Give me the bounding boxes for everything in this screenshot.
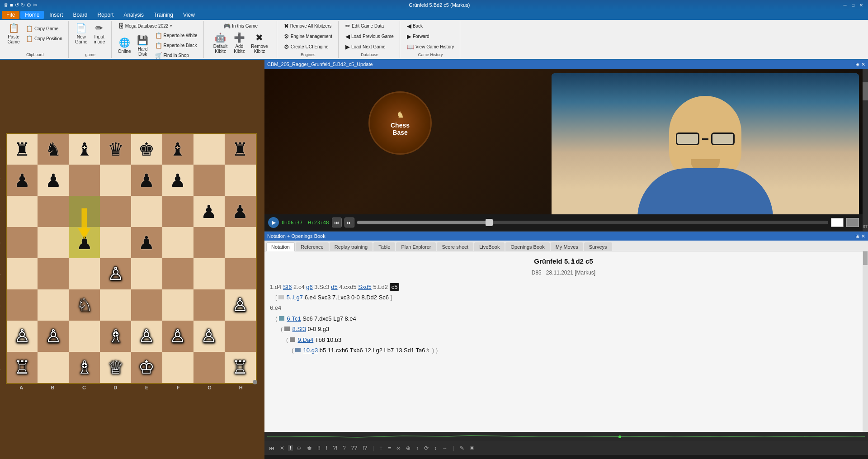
- symbol-11[interactable]: ✎: [458, 444, 466, 452]
- square[interactable]: [131, 258, 162, 289]
- notation-scrollbar[interactable]: [863, 251, 868, 432]
- square[interactable]: ♖: [7, 352, 38, 383]
- symbol-comp[interactable]: ⊕: [404, 444, 412, 452]
- black-piece-btn[interactable]: ♚: [305, 444, 314, 452]
- piece[interactable]: ♜: [232, 140, 248, 158]
- symbol-eq[interactable]: =: [386, 444, 393, 452]
- notation-close-icon[interactable]: ✕: [861, 233, 865, 239]
- piece[interactable]: ♙: [108, 265, 124, 283]
- square[interactable]: ♝: [69, 134, 100, 165]
- square[interactable]: [225, 165, 256, 196]
- symbol-2[interactable]: !: [324, 444, 329, 452]
- square[interactable]: [193, 258, 225, 289]
- tab-surveys[interactable]: Surveys: [584, 242, 612, 251]
- piece[interactable]: ♝: [170, 140, 186, 158]
- copy-game-button[interactable]: 📋 Copy Game: [24, 24, 65, 33]
- square[interactable]: ♕: [100, 352, 131, 383]
- notation-scrollbar-thumb[interactable]: [863, 251, 868, 265]
- symbol-8[interactable]: ⟳: [422, 444, 430, 452]
- cut-icon[interactable]: ✂: [33, 2, 37, 8]
- load-next-game-button[interactable]: ▶ Load Next Game: [343, 43, 396, 51]
- square[interactable]: [225, 227, 256, 258]
- menu-board[interactable]: Board: [68, 11, 92, 19]
- load-previous-game-button[interactable]: ◀ Load Previous Game: [343, 32, 396, 41]
- menu-view[interactable]: View: [179, 11, 199, 19]
- mega-database-button[interactable]: 🗄 Mega Database 2022 ▼: [116, 22, 200, 30]
- piece[interactable]: ♙: [138, 327, 155, 345]
- chessboard[interactable]: ♜♞♝♛♚♝♜♟♟♟♟♟♟♟♟♙♘♙♙♙♗♙♙♙♖♗♕♔♖: [6, 133, 257, 384]
- symbol-1[interactable]: !!: [316, 444, 322, 452]
- var2aaa-g3[interactable]: 10.g3: [303, 347, 318, 354]
- minimize-button[interactable]: ─: [842, 2, 848, 8]
- square[interactable]: [193, 165, 225, 196]
- tab-notation[interactable]: Notation: [266, 242, 295, 251]
- square[interactable]: ♙: [7, 321, 38, 352]
- piece[interactable]: ♟: [138, 234, 155, 252]
- video-titlebar-controls[interactable]: ⊞ ✕: [855, 62, 865, 67]
- symbol-9[interactable]: ↕: [432, 444, 439, 452]
- square[interactable]: ♗: [100, 321, 131, 352]
- piece[interactable]: ♟: [76, 234, 93, 252]
- piece[interactable]: ♚: [138, 140, 155, 158]
- close-button[interactable]: ✕: [858, 2, 864, 8]
- menu-training[interactable]: Training: [149, 11, 178, 19]
- square[interactable]: [7, 227, 38, 258]
- tab-table[interactable]: Table: [373, 242, 395, 251]
- square[interactable]: [69, 165, 100, 196]
- video-close-icon[interactable]: ✕: [861, 62, 865, 67]
- square[interactable]: [38, 352, 69, 383]
- skip-back-button[interactable]: ⏮: [332, 218, 342, 227]
- square[interactable]: [69, 321, 100, 352]
- remove-all-kibitz-button[interactable]: ✖ Remove All Kibitzers: [282, 22, 335, 30]
- square[interactable]: [162, 352, 193, 383]
- piece[interactable]: ♔: [138, 358, 155, 376]
- square[interactable]: ♟: [131, 165, 162, 196]
- notation-titlebar-controls[interactable]: ⊞ ✕: [855, 233, 865, 239]
- square[interactable]: [225, 321, 256, 352]
- piece[interactable]: ♗: [76, 358, 93, 376]
- nav-start-btn[interactable]: ⏮: [267, 444, 276, 452]
- symbol-5[interactable]: ??: [349, 444, 359, 452]
- square[interactable]: [7, 258, 38, 289]
- find-shop-button[interactable]: 🛒 Find in Shop: [153, 51, 200, 60]
- square[interactable]: ♟: [131, 227, 162, 258]
- symbol-6[interactable]: !?: [361, 444, 369, 452]
- rep-white-button[interactable]: 📋 Repertoire White: [153, 31, 200, 40]
- piece[interactable]: ♟: [170, 171, 186, 189]
- square[interactable]: [162, 196, 193, 227]
- settings-icon[interactable]: ⚙: [27, 2, 31, 8]
- tab-livebook[interactable]: LiveBook: [474, 242, 505, 251]
- square[interactable]: ♖: [225, 352, 256, 383]
- piece[interactable]: ♘: [76, 296, 93, 314]
- square[interactable]: ♟: [193, 196, 225, 227]
- move5-c5[interactable]: c5: [390, 283, 400, 291]
- piece[interactable]: ♟: [232, 203, 248, 221]
- restore-button[interactable]: □: [850, 2, 856, 8]
- piece[interactable]: ♙: [201, 327, 217, 345]
- online-button[interactable]: 🌐 Online: [116, 36, 133, 55]
- video-scrollbar[interactable]: 97: [863, 69, 868, 231]
- piece[interactable]: ♙: [232, 296, 248, 314]
- square[interactable]: [131, 196, 162, 227]
- square[interactable]: ♞: [38, 134, 69, 165]
- piece[interactable]: ♖: [14, 358, 30, 376]
- square[interactable]: [7, 196, 38, 227]
- tab-reference[interactable]: Reference: [296, 242, 329, 251]
- tab-replay-training[interactable]: Replay training: [330, 242, 373, 251]
- square[interactable]: ♟: [225, 196, 256, 227]
- square[interactable]: ♙: [131, 321, 162, 352]
- square[interactable]: ♙: [225, 289, 256, 321]
- tab-plan-explorer[interactable]: Plan Explorer: [396, 242, 436, 251]
- tab-score-sheet[interactable]: Score sheet: [437, 242, 473, 251]
- square[interactable]: ♝: [162, 134, 193, 165]
- forward-button[interactable]: ▶ Forward: [405, 32, 456, 41]
- move2-g6[interactable]: g6: [306, 284, 312, 290]
- board-resize-handle[interactable]: [253, 380, 257, 384]
- play-button[interactable]: ▶: [268, 217, 279, 228]
- square[interactable]: ♟: [7, 165, 38, 196]
- move4-sxd5[interactable]: Sxd5: [358, 284, 372, 290]
- menu-home[interactable]: Home: [20, 11, 44, 19]
- nav-prev-btn[interactable]: ✕: [278, 444, 286, 452]
- hard-disk-button[interactable]: 💾 HardDisk: [135, 34, 151, 57]
- square[interactable]: [100, 227, 131, 258]
